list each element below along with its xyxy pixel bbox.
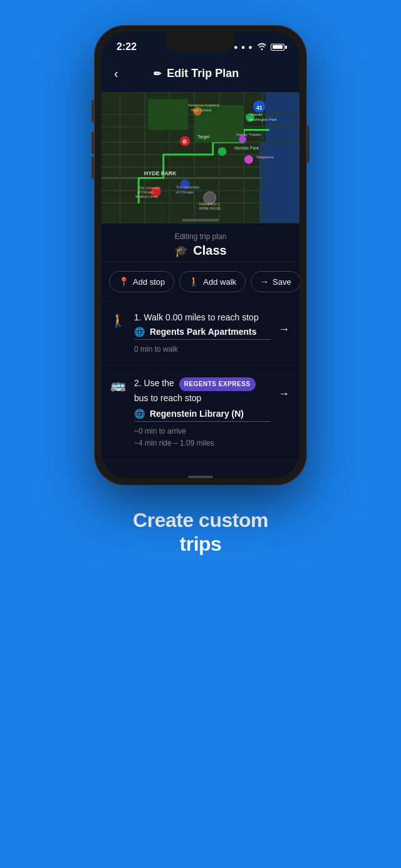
phone-shell: 2:22 ● ● ● ‹ ✏ Edit Trip Plan <box>94 25 307 486</box>
pencil-icon: ✏ <box>154 68 162 79</box>
step-2: 🚌 2. Use the REGENTS EXPRESS bus to reac… <box>102 366 299 461</box>
pin-icon: 📍 <box>118 277 129 287</box>
svg-rect-2 <box>259 142 299 222</box>
grad-icon: 🎓 <box>174 244 188 258</box>
step-1-arrow[interactable]: → <box>278 312 289 336</box>
step-2-stop-name: Regenstein Library (N) <box>150 409 244 419</box>
trip-name: Class <box>193 243 226 258</box>
step-2-stop: 🌐 Regenstein Library (N) <box>134 409 271 422</box>
tagline-line2: trips <box>180 533 222 555</box>
svg-point-27 <box>244 155 253 164</box>
add-walk-button[interactable]: 🚶 Add walk <box>179 271 246 292</box>
step-1-stop: 🌐 Regents Park Apartments <box>134 327 271 340</box>
save-label: Save <box>273 277 291 287</box>
tagline: Create custom trips <box>133 508 268 556</box>
trip-label: Editing trip plan 🎓 Class <box>102 223 299 262</box>
step-1-icon-col: 🚶 <box>109 312 127 328</box>
back-button[interactable]: ‹ <box>112 64 121 83</box>
add-walk-label: Add walk <box>203 277 236 287</box>
add-stop-button[interactable]: 📍 Add stop <box>109 271 174 292</box>
step-1-title: 1. Walk 0.00 miles to reach stop <box>134 312 271 324</box>
step-1-content: 1. Walk 0.00 miles to reach stop 🌐 Regen… <box>134 312 271 355</box>
bus-step-icon: 🚌 <box>110 377 126 392</box>
svg-text:Kenwood Academy: Kenwood Academy <box>188 103 220 107</box>
step-2-icon-col: 🚌 <box>109 376 127 392</box>
svg-text:High School: High School <box>191 108 211 112</box>
step-1-emoji: 🌐 <box>134 327 145 337</box>
svg-text:The University: The University <box>176 185 200 189</box>
add-stop-label: Add stop <box>133 277 165 287</box>
svg-point-25 <box>218 147 227 156</box>
svg-text:🎯: 🎯 <box>182 138 188 145</box>
svg-text:of Chicago: of Chicago <box>137 190 154 194</box>
app-header: ‹ ✏ Edit Trip Plan <box>102 58 299 92</box>
signal-icon: ● ● ● <box>234 43 253 51</box>
svg-text:The University: The University <box>138 186 160 190</box>
svg-text:Medical Center: Medical Center <box>135 195 159 198</box>
tagline-line1: Create custom <box>133 509 268 531</box>
header-title: ✏ Edit Trip Plan <box>126 67 267 80</box>
step-1: 🚶 1. Walk 0.00 miles to reach stop 🌐 Reg… <box>102 302 299 366</box>
svg-text:Nichols Park: Nichols Park <box>234 146 259 150</box>
svg-text:Washington Park: Washington Park <box>249 118 277 121</box>
bus-badge: REGENTS EXPRESS <box>179 377 256 391</box>
step-2-arrow[interactable]: → <box>278 376 289 401</box>
svg-text:Harper Theater: Harper Theater <box>236 133 261 136</box>
svg-text:Harold: Harold <box>251 113 262 116</box>
svg-text:FREDERICK C.: FREDERICK C. <box>199 203 221 206</box>
svg-text:Target: Target <box>197 135 209 140</box>
arrow-icon: → <box>260 277 269 287</box>
svg-text:Walgreens: Walgreens <box>256 155 274 159</box>
action-buttons: 📍 Add stop 🚶 Add walk → Save 🗑 <box>102 262 299 302</box>
svg-text:of Chicago: of Chicago <box>176 190 194 194</box>
status-time: 2:22 <box>117 41 137 53</box>
status-icons: ● ● ● <box>234 43 284 52</box>
map-area: HYDE PARK 🎯 Target Nichols Park Walgreen… <box>102 92 299 223</box>
step-2-time: ~0 min to arrive ~4 min ride – 1.09 mile… <box>134 426 271 449</box>
step-2-title: 2. Use the REGENTS EXPRESS bus to reach … <box>134 376 271 405</box>
walk-step-icon: 🚶 <box>110 313 126 328</box>
battery-icon <box>271 44 284 51</box>
walk-icon: 🚶 <box>189 277 199 287</box>
step-1-stop-name: Regents Park Apartments <box>150 327 257 337</box>
trip-label-sub: Editing trip plan <box>112 232 289 241</box>
save-button[interactable]: → Save <box>251 271 299 292</box>
trip-label-main: 🎓 Class <box>112 243 289 258</box>
scroll-indicator <box>188 476 213 478</box>
step-2-content: 2. Use the REGENTS EXPRESS bus to reach … <box>134 376 271 450</box>
svg-rect-19 <box>148 99 188 130</box>
phone-screen: 2:22 ● ● ● ‹ ✏ Edit Trip Plan <box>102 33 299 478</box>
step-1-time: 0 min to walk <box>134 344 271 355</box>
svg-text:41: 41 <box>256 105 263 111</box>
svg-text:HYDE PARK: HYDE PARK <box>144 170 177 176</box>
notch <box>166 33 235 51</box>
step-2-emoji: 🌐 <box>134 409 145 419</box>
wifi-icon <box>257 43 267 52</box>
svg-text:ROBIE HOUSE: ROBIE HOUSE <box>199 207 221 210</box>
bottom-panel: Editing trip plan 🎓 Class 📍 Add stop 🚶 A… <box>102 223 299 478</box>
svg-rect-49 <box>182 219 219 222</box>
header-title-text: Edit Trip Plan <box>167 67 239 80</box>
steps-container: 🚶 1. Walk 0.00 miles to reach stop 🌐 Reg… <box>102 302 299 471</box>
